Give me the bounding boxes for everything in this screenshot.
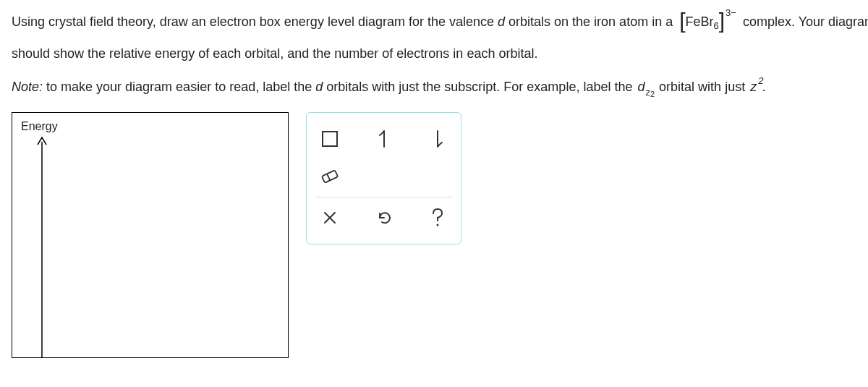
- z2-symbol: z2: [750, 75, 762, 98]
- box-tool-button[interactable]: [315, 124, 344, 153]
- left-bracket: [: [679, 9, 685, 33]
- svg-rect-2: [322, 170, 338, 183]
- help-icon: [430, 208, 445, 228]
- panel-divider: [315, 197, 452, 197]
- text: orbital with just: [655, 80, 749, 94]
- clear-icon: [323, 210, 337, 225]
- text: should show the relative energy of each …: [12, 46, 537, 61]
- formula-text: FeBr: [686, 14, 714, 29]
- arrow-down-icon: [430, 128, 446, 150]
- spin-up-tool-button[interactable]: [370, 124, 399, 153]
- help-button[interactable]: [423, 203, 452, 232]
- energy-axis-arrow: [37, 135, 47, 359]
- question-line-1: Using crystal field theory, draw an elec…: [12, 3, 856, 42]
- spin-down-tool-button[interactable]: [423, 124, 452, 153]
- energy-diagram-canvas[interactable]: Energy: [12, 112, 289, 358]
- d-letter: d: [637, 80, 644, 94]
- right-bracket: ]: [719, 9, 725, 33]
- complex-formula: [FeBr6]3−: [679, 3, 736, 42]
- formula-sub: 6: [714, 20, 719, 31]
- note-line: Note: to make your diagram easier to rea…: [12, 75, 856, 98]
- dz2-symbol: dz2: [637, 75, 654, 98]
- z-sub: z2: [645, 87, 655, 98]
- box-icon: [322, 131, 338, 147]
- tool-panel: [306, 112, 461, 244]
- note-label: Note:: [12, 80, 43, 94]
- d-letter: d: [315, 80, 323, 94]
- svg-point-6: [437, 224, 439, 226]
- eraser-tool-button[interactable]: [315, 162, 344, 191]
- svg-rect-1: [323, 132, 337, 146]
- spacer: [370, 162, 399, 191]
- arrow-up-icon: [376, 128, 392, 150]
- energy-axis-label: Energy: [21, 120, 58, 133]
- d-letter: d: [498, 14, 505, 29]
- svg-line-3: [327, 174, 330, 180]
- text: orbitals on the iron atom in a: [505, 14, 676, 29]
- text: to make your diagram easier to read, lab…: [43, 80, 315, 94]
- eraser-icon: [320, 169, 340, 184]
- text: Using crystal field theory, draw an elec…: [12, 14, 498, 29]
- question-line-2: should show the relative energy of each …: [12, 42, 856, 65]
- formula-charge: 3−: [726, 7, 736, 18]
- spacer: [423, 162, 452, 191]
- undo-icon: [375, 209, 393, 226]
- clear-button[interactable]: [315, 203, 344, 232]
- text: complex. Your diagram: [739, 14, 868, 29]
- text: orbitals with just the subscript. For ex…: [323, 80, 636, 94]
- undo-button[interactable]: [370, 203, 399, 232]
